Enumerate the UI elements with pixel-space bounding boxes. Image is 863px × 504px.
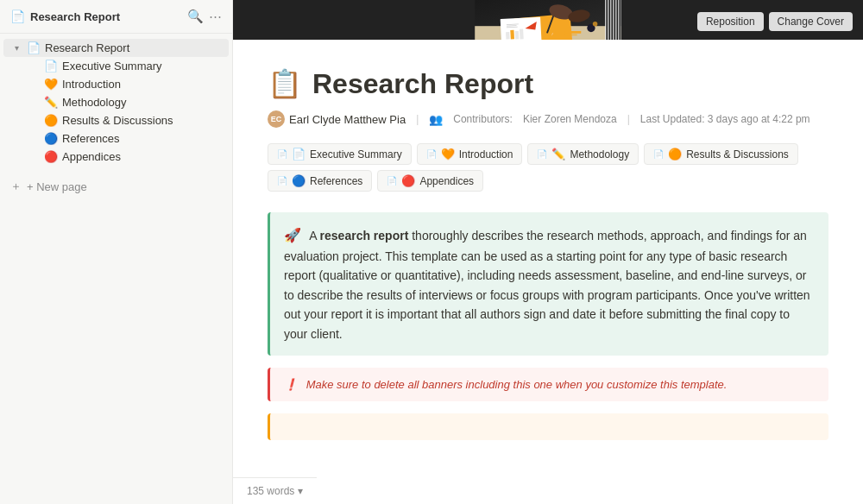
cover-image: Reposition Change Cover <box>233 0 863 40</box>
sidebar-item-introduction[interactable]: 🧡 Introduction <box>3 75 229 93</box>
svg-rect-6 <box>515 31 520 39</box>
subpage-link-references[interactable]: 📄 🔵 References <box>268 170 372 192</box>
tree-label-intro: Introduction <box>62 78 222 91</box>
page-title: Research Report <box>312 68 533 100</box>
page-body: 📋 Research Report EC Earl Clyde Matthew … <box>233 40 863 504</box>
tree-label-exec: Executive Summary <box>62 60 222 72</box>
svg-rect-26 <box>619 0 620 40</box>
sp-icon-intro: 🧡 <box>441 148 455 161</box>
reposition-button[interactable]: Reposition <box>697 12 764 31</box>
sp-icon-app: 🔴 <box>401 174 415 187</box>
page-title-icon: 📋 <box>268 67 302 100</box>
main-content: Reposition Change Cover 📋 Research Repor… <box>233 0 863 504</box>
sidebar-tree: ▾ 📄 Research Report 📄 Executive Summary … <box>0 34 232 171</box>
callout-green-text-before: A <box>309 229 319 243</box>
tree-label-meth: Methodology <box>62 96 222 109</box>
callout-green: 🚀 A research report thoroughly describes… <box>268 212 828 356</box>
sp-small-icon-results: 📄 <box>653 149 664 159</box>
svg-rect-25 <box>616 0 618 40</box>
sp-small-icon-intro: 📄 <box>426 149 437 159</box>
callout-orange-text <box>284 420 287 433</box>
tree-icon-intro: 🧡 <box>44 78 58 91</box>
subpage-link-executive-summary[interactable]: 📄 📄 Executive Summary <box>268 143 412 165</box>
sidebar: 📄 Research Report 🔍 ⋯ ▾ 📄 Research Repor… <box>0 0 233 504</box>
meta-divider-1: | <box>416 113 419 125</box>
sidebar-title: Research Report <box>30 10 182 23</box>
svg-rect-4 <box>506 32 510 39</box>
callout-red: ❗ Make sure to delete all banners includ… <box>268 368 828 401</box>
tree-label-app: Appendices <box>62 150 222 163</box>
tree-icon-app: 🔴 <box>44 150 58 163</box>
page-meta: EC Earl Clyde Matthew Pia | 👥 Contributo… <box>268 110 828 128</box>
sidebar-item-references[interactable]: 🔵 References <box>3 129 229 148</box>
search-icon[interactable]: 🔍 <box>187 9 204 24</box>
svg-rect-24 <box>614 0 615 40</box>
sp-icon-meth: ✏️ <box>551 148 565 161</box>
tree-icon-exec: 📄 <box>44 60 58 72</box>
sidebar-item-methodology[interactable]: ✏️ Methodology <box>3 93 229 111</box>
sp-label-app: Appendices <box>419 175 474 187</box>
callout-green-bold: research report <box>320 229 409 243</box>
sidebar-item-executive-summary[interactable]: 📄 Executive Summary <box>3 57 229 75</box>
svg-rect-23 <box>611 0 613 40</box>
svg-rect-5 <box>510 30 514 40</box>
change-cover-button[interactable]: Change Cover <box>769 12 853 31</box>
sidebar-doc-icon: 📄 <box>10 9 25 23</box>
callout-green-icon: 🚀 <box>284 228 301 243</box>
subpage-link-appendices[interactable]: 📄 🔴 Appendices <box>377 170 483 192</box>
contributors-name: Kier Zoren Mendoza <box>523 113 617 125</box>
svg-rect-7 <box>520 29 524 40</box>
word-count-dropdown-icon[interactable]: ▾ <box>298 485 303 497</box>
new-page-label: + New page <box>27 180 87 193</box>
tree-label-refs: References <box>62 132 222 145</box>
sp-icon-exec: 📄 <box>292 148 306 161</box>
tree-icon-root: 📄 <box>27 41 41 54</box>
tree-label-root: Research Report <box>45 41 222 54</box>
tree-icon-results: 🟠 <box>44 114 58 127</box>
sp-small-icon-meth: 📄 <box>537 149 547 159</box>
callout-red-icon: ❗ <box>284 378 298 391</box>
subpages-section: 📄 📄 Executive Summary 📄 🧡 Introduction 📄… <box>268 143 828 192</box>
tree-icon-meth: ✏️ <box>44 96 58 109</box>
new-page-button[interactable]: ＋ + New page <box>0 174 232 198</box>
author-section: EC Earl Clyde Matthew Pia <box>268 110 406 128</box>
sp-icon-results: 🟠 <box>668 148 682 161</box>
author-avatar: EC <box>268 110 285 128</box>
sp-label-exec: Executive Summary <box>310 148 402 161</box>
subpage-link-methodology[interactable]: 📄 ✏️ Methodology <box>527 143 639 165</box>
svg-rect-16 <box>565 34 577 35</box>
contributors-label: Contributors: <box>453 113 513 125</box>
sp-label-results: Results & Discussions <box>686 148 789 161</box>
page-title-row: 📋 Research Report <box>268 67 828 100</box>
sp-label-intro: Introduction <box>459 148 513 161</box>
sidebar-header-actions: 🔍 ⋯ <box>187 9 222 24</box>
sp-small-icon-exec: 📄 <box>277 149 287 159</box>
sp-icon-refs: 🔵 <box>292 174 306 187</box>
svg-rect-22 <box>608 0 610 40</box>
sidebar-item-results[interactable]: 🟠 Results & Discussions <box>3 111 229 129</box>
svg-point-14 <box>593 22 598 27</box>
tree-label-results: Results & Discussions <box>62 114 222 127</box>
svg-rect-15 <box>565 31 582 34</box>
subpage-link-introduction[interactable]: 📄 🧡 Introduction <box>417 143 523 165</box>
author-initials: EC <box>271 115 282 123</box>
sidebar-item-appendices[interactable]: 🔴 Appendices <box>3 148 229 166</box>
sp-small-icon-app: 📄 <box>387 176 397 186</box>
tree-icon-refs: 🔵 <box>44 132 58 145</box>
sp-label-refs: References <box>310 175 362 187</box>
callout-green-text-after: thoroughly describes the research method… <box>284 229 810 340</box>
callout-red-text: Make sure to delete all banners includin… <box>306 378 728 391</box>
meta-divider-2: | <box>627 113 630 125</box>
author-name: Earl Clyde Matthew Pia <box>289 113 406 126</box>
sidebar-item-root[interactable]: ▾ 📄 Research Report <box>3 39 229 57</box>
sp-label-meth: Methodology <box>570 148 629 161</box>
last-updated: Last Updated: 3 days ago at 4:22 pm <box>640 113 810 125</box>
sp-small-icon-refs: 📄 <box>277 176 287 186</box>
word-count-label: 135 words <box>247 485 294 497</box>
new-page-plus-icon: ＋ <box>10 179 22 194</box>
cover-buttons: Reposition Change Cover <box>697 12 853 31</box>
more-icon[interactable]: ⋯ <box>209 9 222 24</box>
svg-rect-21 <box>606 0 608 40</box>
subpage-link-results[interactable]: 📄 🟠 Results & Discussions <box>644 143 798 165</box>
callout-orange <box>268 413 828 440</box>
